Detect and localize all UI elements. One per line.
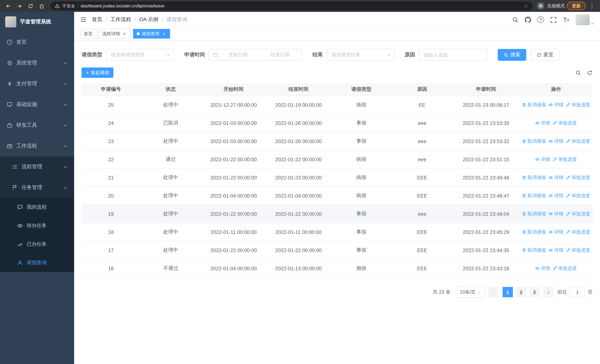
forward-icon[interactable] bbox=[15, 1, 24, 10]
url-text[interactable]: dashboard.yudao.iocoder.cn/bpm/oa/leave bbox=[81, 3, 521, 9]
fullscreen-icon[interactable] bbox=[550, 17, 557, 23]
breadcrumb-separator: / bbox=[106, 17, 107, 23]
sidebar-item-infrastructure[interactable]: 基础设施 bbox=[0, 94, 74, 115]
app-title: 芋道管理系统 bbox=[20, 19, 51, 25]
breadcrumb-item[interactable]: OA 示例 bbox=[139, 16, 159, 23]
update-button[interactable]: 更新 bbox=[567, 2, 586, 10]
action-progress-link[interactable]: 审批进度 bbox=[566, 211, 590, 217]
github-icon[interactable] bbox=[525, 17, 531, 23]
result-placeholder: 请选择流结果 bbox=[331, 52, 387, 58]
action-detail-link[interactable]: 详情 bbox=[549, 247, 563, 253]
reload-icon[interactable] bbox=[26, 1, 35, 10]
tab-label: 首页 bbox=[84, 31, 93, 37]
refresh-table-icon[interactable] bbox=[587, 70, 593, 75]
action-cancel-link[interactable]: 取消请假 bbox=[522, 174, 546, 181]
sidebar-item-process-management[interactable]: 流程管理 bbox=[0, 156, 74, 177]
sidebar-item-payment[interactable]: ¥ 支付管理 bbox=[0, 73, 74, 94]
action-detail-link[interactable]: 详情 bbox=[549, 138, 563, 144]
cell-end_time: 2022-01-22 00:00:00 bbox=[266, 157, 331, 162]
cell-id: 16 bbox=[82, 266, 140, 271]
action-detail-link[interactable]: 详情 bbox=[535, 120, 550, 126]
cell-actions: 详情审批进度 bbox=[520, 120, 593, 126]
action-cancel-link[interactable]: 取消请假 bbox=[522, 193, 546, 199]
next-page-icon[interactable]: › bbox=[543, 287, 554, 297]
security-warning-icon[interactable] bbox=[55, 4, 60, 8]
sidebar-item-home[interactable]: 首页 bbox=[0, 32, 74, 53]
action-progress-link[interactable]: 审批进度 bbox=[566, 193, 590, 199]
sidebar-item-done-tasks[interactable]: 已办任务 bbox=[0, 235, 74, 253]
close-icon[interactable]: × bbox=[122, 31, 127, 36]
cell-actions: 详情审批进度 bbox=[520, 156, 593, 163]
action-progress-link[interactable]: 审批进度 bbox=[566, 102, 590, 108]
action-cancel-link[interactable]: 取消请假 bbox=[522, 102, 546, 108]
page-button-3[interactable]: 3 bbox=[529, 287, 540, 297]
close-icon[interactable]: × bbox=[161, 31, 166, 36]
action-cancel-link[interactable]: 取消请假 bbox=[522, 138, 546, 144]
cell-id: 23 bbox=[82, 139, 140, 144]
address-bar[interactable]: 不安全 dashboard.yudao.iocoder.cn/bpm/oa/le… bbox=[50, 1, 533, 10]
breadcrumb-item[interactable]: 工作流程 bbox=[111, 16, 131, 23]
page-button-2[interactable]: 2 bbox=[516, 287, 526, 297]
end-date-placeholder[interactable]: 结束日期 bbox=[262, 52, 298, 58]
action-progress-link[interactable]: 审批进度 bbox=[553, 265, 577, 271]
action-cancel-link[interactable]: 取消请假 bbox=[522, 229, 546, 235]
search-button[interactable]: 搜索 bbox=[498, 49, 526, 61]
collapse-sidebar-icon[interactable] bbox=[80, 16, 87, 23]
action-progress-link[interactable]: 审批进度 bbox=[566, 138, 590, 144]
tags-view-bar: 首页 流程详情 × 请假查询 × bbox=[74, 28, 600, 40]
prev-page-icon[interactable]: ‹ bbox=[488, 287, 499, 297]
header-actions: ? bbox=[512, 14, 594, 25]
action-progress-link[interactable]: 审批进度 bbox=[553, 120, 577, 126]
help-icon[interactable]: ? bbox=[537, 16, 544, 23]
action-detail-link[interactable]: 详情 bbox=[535, 265, 550, 271]
action-detail-link[interactable]: 详情 bbox=[549, 102, 563, 108]
sidebar-item-devtools[interactable]: 研发工具 bbox=[0, 115, 74, 136]
goto-page-input[interactable] bbox=[570, 287, 585, 297]
back-icon[interactable] bbox=[4, 1, 13, 10]
avatar[interactable] bbox=[576, 14, 590, 25]
toggle-search-icon[interactable] bbox=[576, 70, 581, 75]
cell-status: 通过 bbox=[140, 156, 201, 163]
user-menu[interactable] bbox=[576, 14, 594, 25]
sidebar-item-todo-tasks[interactable]: 待办任务 bbox=[0, 216, 74, 235]
app-logo[interactable]: 芋道管理系统 bbox=[0, 12, 74, 32]
action-label: 取消请假 bbox=[527, 102, 546, 108]
sidebar-item-my-process[interactable]: 我的流程 bbox=[0, 198, 74, 216]
action-cancel-link[interactable]: 取消请假 bbox=[522, 247, 546, 253]
page-button-1[interactable]: 1 bbox=[503, 287, 513, 297]
breadcrumb-item[interactable]: 首页 bbox=[92, 16, 102, 23]
result-select[interactable]: 请选择流结果 bbox=[327, 49, 394, 61]
tab-leave-query[interactable]: 请假查询 × bbox=[133, 29, 170, 38]
bookmark-star-icon[interactable]: ☆ bbox=[524, 3, 528, 9]
sidebar-item-task-management[interactable]: 任务管理 bbox=[0, 177, 74, 198]
action-cancel-link[interactable]: 取消请假 bbox=[522, 211, 546, 217]
action-progress-link[interactable]: 审批进度 bbox=[566, 229, 590, 235]
action-detail-link[interactable]: 详情 bbox=[549, 174, 563, 181]
tab-home[interactable]: 首页 bbox=[80, 29, 96, 38]
leave-type-select[interactable]: 请选择请假类型 bbox=[106, 49, 174, 61]
action-detail-link[interactable]: 详情 bbox=[549, 211, 563, 217]
action-detail-link[interactable]: 详情 bbox=[535, 156, 550, 163]
date-range-picker[interactable]: 开始日期 - 结束日期 bbox=[209, 49, 302, 61]
action-progress-link[interactable]: 审批进度 bbox=[566, 174, 590, 181]
start-date-placeholder[interactable]: 开始日期 bbox=[220, 52, 256, 58]
action-progress-link[interactable]: 审批进度 bbox=[566, 247, 590, 253]
tab-process-detail[interactable]: 流程详情 × bbox=[99, 29, 131, 38]
more-menu-icon[interactable]: ⋮ bbox=[588, 3, 596, 9]
cell-leave_type: 病假 bbox=[331, 102, 392, 108]
action-detail-link[interactable]: 详情 bbox=[549, 193, 563, 199]
home-icon[interactable] bbox=[37, 1, 46, 10]
cell-end_time: 2022-01-26 00:00:00 bbox=[266, 139, 331, 144]
page-size-select[interactable]: 10条/页 bbox=[456, 287, 485, 298]
search-icon[interactable] bbox=[512, 17, 518, 23]
reset-button[interactable]: 重置 bbox=[531, 49, 559, 61]
action-progress-link[interactable]: 审批进度 bbox=[553, 156, 577, 163]
sidebar-item-system[interactable]: 系统管理 bbox=[0, 53, 74, 73]
sidebar-item-leave-query[interactable]: 请假查询 bbox=[0, 253, 74, 272]
font-size-icon[interactable] bbox=[563, 17, 569, 23]
table-body: 25处理中2021-12-27 00:00:002022-01-19 00:00… bbox=[82, 96, 593, 278]
create-leave-button[interactable]: + 发起请假 bbox=[82, 67, 113, 78]
sidebar-item-workflow[interactable]: 工作流程 bbox=[0, 136, 74, 156]
reason-input[interactable] bbox=[419, 49, 487, 61]
action-detail-link[interactable]: 详情 bbox=[549, 229, 563, 235]
